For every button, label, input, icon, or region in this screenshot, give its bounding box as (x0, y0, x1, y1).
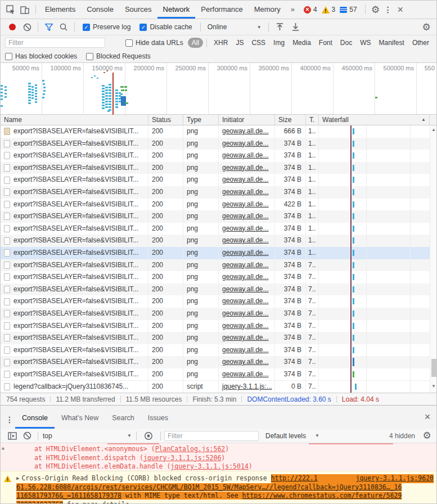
close-drawer-icon[interactable]: × (421, 411, 434, 423)
console-settings-gear-icon[interactable]: ⚙ (421, 430, 433, 442)
type-filter-all[interactable]: All (188, 38, 203, 48)
error-count[interactable]: 4 (313, 6, 317, 14)
throttling-select[interactable]: Online ▼ (204, 23, 265, 31)
record-network-log-icon[interactable] (5, 24, 20, 30)
initiator-link[interactable]: geoway.all.de... (222, 261, 269, 269)
initiator-link[interactable]: geoway.all.de... (222, 322, 269, 330)
log-levels-select[interactable]: Default levels ▼ (265, 432, 319, 440)
message-badge-icon[interactable] (340, 7, 347, 13)
initiator-link[interactable]: jquery-3.1.1.js:... (222, 382, 272, 390)
type-filter-font[interactable]: Font (316, 38, 336, 47)
type-filter-other[interactable]: Other (409, 38, 433, 47)
initiator-link[interactable]: geoway.all.de... (222, 236, 269, 244)
tab-performance[interactable]: Performance (195, 1, 248, 19)
clear-console-icon[interactable] (20, 431, 34, 440)
import-har-icon[interactable] (272, 23, 288, 31)
table-row[interactable]: export?ISBASELAYER=false&VISIBILIT...200… (1, 150, 430, 162)
inspect-element-icon[interactable] (4, 5, 17, 15)
has-blocked-cookies-checkbox[interactable]: Has blocked cookies (5, 52, 77, 60)
initiator-link[interactable]: geoway.all.de... (222, 176, 269, 183)
table-row[interactable]: export?ISBASELAYER=false&VISIBILIT...200… (1, 332, 430, 344)
table-row[interactable]: export?ISBASELAYER=false&VISIBILIT...200… (1, 284, 430, 296)
table-row[interactable]: export?ISBASELAYER=false&VISIBILIT...200… (1, 344, 430, 357)
more-tabs-chevron[interactable]: » (286, 1, 299, 19)
tab-network[interactable]: Network (157, 1, 196, 19)
table-scrollbar[interactable]: ▲ ▼ (430, 125, 437, 393)
stack-source-link[interactable]: jquery-3.1.1.js:5014 (170, 462, 248, 470)
blocked-url-link[interactable]: 11658179376&_=1611658179378 (16, 492, 121, 500)
initiator-link[interactable]: geoway.all.de... (222, 127, 269, 135)
hidden-messages-count[interactable]: 4 hidden (389, 432, 415, 440)
network-settings-gear-icon[interactable]: ⚙ (420, 21, 433, 33)
table-row[interactable]: export?ISBASELAYER=false&VISIBILIT...200… (1, 368, 430, 381)
scroll-up-icon[interactable]: ▲ (431, 127, 436, 132)
table-row[interactable]: export?ISBASELAYER=false&VISIBILIT...200… (1, 320, 430, 332)
type-filter-doc[interactable]: Doc (337, 38, 355, 47)
drawer-tab-whatsnew[interactable]: What's New (55, 407, 105, 429)
initiator-link[interactable]: geoway.all.de... (222, 224, 269, 232)
initiator-link[interactable]: geoway.all.de... (222, 334, 269, 341)
show-console-sidebar-icon[interactable] (5, 432, 20, 440)
expand-triangle-icon[interactable]: ▶ (16, 474, 19, 483)
warning-count[interactable]: 3 (332, 6, 336, 14)
chromestatus-link[interactable]: https://www.chromestatus.com/feature/562… (242, 492, 402, 500)
initiator-link[interactable]: geoway.all.de... (222, 212, 269, 220)
initiator-link[interactable]: geoway.all.de... (222, 309, 269, 317)
initiator-link[interactable]: geoway.all.de... (222, 370, 269, 378)
table-row[interactable]: export?ISBASELAYER=false&VISIBILIT...200… (1, 162, 430, 174)
search-icon[interactable] (56, 23, 71, 31)
type-filter-js[interactable]: JS (232, 38, 247, 47)
warning-badge-icon[interactable] (322, 6, 330, 14)
initiator-link[interactable]: geoway.all.de... (222, 285, 269, 293)
table-row[interactable]: legend?callback=jQuery3110836745...200sc… (1, 380, 430, 392)
error-badge-icon[interactable]: ✕ (304, 6, 311, 14)
kebab-menu-icon[interactable]: ⋮ (382, 5, 394, 14)
tab-elements[interactable]: Elements (39, 1, 81, 19)
table-row[interactable]: export?ISBASELAYER=false&VISIBILIT...200… (1, 125, 430, 138)
table-row[interactable]: export?ISBASELAYER=false&VISIBILIT...200… (1, 210, 430, 223)
device-toolbar-icon[interactable] (17, 5, 32, 15)
table-row[interactable]: export?ISBASELAYER=false&VISIBILIT...200… (1, 235, 430, 247)
clear-network-log-icon[interactable] (20, 23, 34, 32)
table-row[interactable]: export?ISBASELAYER=false&VISIBILIT...200… (1, 223, 430, 235)
column-header-t[interactable]: T. (306, 115, 319, 125)
type-filter-css[interactable]: CSS (248, 38, 269, 47)
drawer-tab-search[interactable]: Search (105, 407, 141, 429)
drawer-tab-issues[interactable]: Issues (141, 407, 175, 429)
chromestatus-link[interactable]: 709824022768 (16, 501, 63, 504)
table-row[interactable]: export?ISBASELAYER=false&VISIBILIT...200… (1, 138, 430, 150)
table-row[interactable]: export?ISBASELAYER=false&VISIBILIT...200… (1, 247, 430, 259)
table-row[interactable]: export?ISBASELAYER=false&VISIBILIT...200… (1, 356, 430, 368)
table-row[interactable]: export?ISBASELAYER=false&VISIBILIT...200… (1, 199, 430, 211)
console-filter-input[interactable] (164, 431, 259, 441)
type-filter-xhr[interactable]: XHR (210, 38, 231, 47)
type-filter-manifest[interactable]: Manifest (376, 38, 408, 47)
source-location-link[interactable]: jquery-3.1.1.js:9620 (356, 474, 434, 483)
tab-sources[interactable]: Sources (119, 1, 157, 19)
initiator-link[interactable]: geoway.all.de... (222, 297, 269, 305)
network-filter-input[interactable] (5, 38, 105, 48)
column-header-waterfall[interactable]: Waterfall▲ (319, 115, 430, 125)
blocked-requests-checkbox[interactable]: Blocked Requests (86, 52, 151, 60)
stack-source-link[interactable]: jquery-3.1.1.js:5206 (143, 454, 221, 462)
scroll-down-icon[interactable]: ▼ (431, 384, 436, 389)
drawer-menu-icon[interactable]: ⋮ (4, 415, 15, 424)
type-filter-img[interactable]: Img (270, 38, 288, 47)
initiator-link[interactable]: geoway.all.de... (222, 164, 269, 172)
initiator-link[interactable]: geoway.all.de... (222, 358, 269, 366)
create-live-expression-icon[interactable] (140, 431, 157, 440)
table-row[interactable]: export?ISBASELAYER=false&VISIBILIT...200… (1, 295, 430, 308)
sort-ascending-icon[interactable]: ▲ (421, 115, 426, 125)
table-row[interactable]: export?ISBASELAYER=false&VISIBILIT...200… (1, 259, 430, 272)
initiator-link[interactable]: geoway.all.de... (222, 346, 269, 354)
javascript-context-select[interactable]: top ▼ (43, 432, 132, 440)
export-har-icon[interactable] (288, 23, 304, 31)
initiator-link[interactable]: geoway.all.de... (222, 188, 269, 196)
table-row[interactable]: export?ISBASELAYER=false&VISIBILIT...200… (1, 271, 430, 284)
scrollbar-thumb[interactable] (431, 359, 436, 377)
type-filter-media[interactable]: Media (289, 38, 314, 47)
table-row[interactable]: export?ISBASELAYER=false&VISIBILIT...200… (1, 308, 430, 320)
message-count[interactable]: 57 (349, 6, 357, 14)
column-header-name[interactable]: Name (1, 115, 148, 125)
table-row[interactable]: export?ISBASELAYER=false&VISIBILIT...200… (1, 174, 430, 186)
